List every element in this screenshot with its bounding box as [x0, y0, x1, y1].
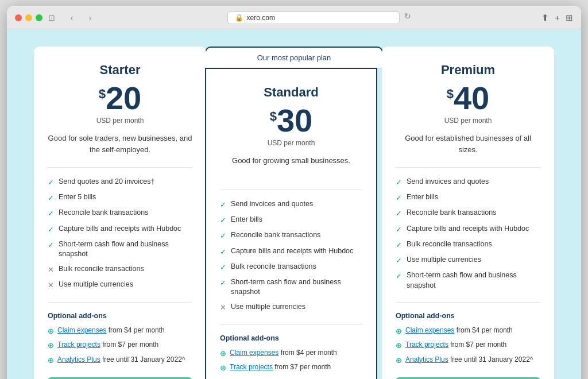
- list-item: ✕Use multiple currencies: [220, 302, 362, 313]
- check-icon: ✓: [220, 231, 226, 241]
- list-item: ✕Use multiple currencies: [48, 280, 192, 291]
- close-button[interactable]: [15, 14, 22, 21]
- check-icon: ✓: [396, 256, 402, 266]
- addon-item: ⊕ Analytics Plus free until 31 January 2…: [396, 355, 540, 366]
- cross-icon: ✕: [48, 280, 54, 291]
- addon-item: ⊕ Claim expenses from $4 per month: [220, 348, 362, 359]
- share-icon[interactable]: ⬆: [541, 13, 549, 23]
- minimize-button[interactable]: [25, 14, 32, 21]
- premium-plan-name: Premium: [396, 63, 540, 78]
- analytics-plus-link[interactable]: Analytics Plus: [405, 355, 448, 363]
- cross-icon: ✕: [48, 265, 54, 275]
- premium-price-symbol: $: [447, 87, 454, 102]
- starter-features: ✓Send quotes and 20 invoices† ✓Enter 5 b…: [48, 177, 192, 291]
- claim-expenses-link[interactable]: Claim expenses: [57, 326, 106, 334]
- list-item: ✓Short-term cash flow and business snaps…: [396, 270, 540, 291]
- popular-banner: Our most popular plan: [205, 47, 383, 68]
- check-icon: ✓: [396, 208, 402, 219]
- check-icon: ✓: [220, 215, 226, 226]
- list-item: ✕Bulk reconcile transactions: [48, 264, 192, 275]
- track-projects-link[interactable]: Track projects: [57, 341, 100, 349]
- premium-divider-1: [396, 167, 540, 168]
- maximize-button[interactable]: [36, 14, 42, 21]
- starter-plan-name: Starter: [48, 63, 192, 78]
- list-item: ✓Enter bills: [396, 192, 540, 203]
- list-item: ✓Bulk reconcile transactions: [396, 239, 540, 250]
- standard-plan-name: Standard: [220, 85, 362, 100]
- premium-price-period: USD per month: [396, 117, 540, 125]
- traffic-lights: [15, 14, 42, 21]
- premium-divider-2: [396, 302, 540, 303]
- standard-addons: Optional add-ons ⊕ Claim expenses from $…: [220, 334, 362, 379]
- list-item: ✓Short-term cash flow and business snaps…: [220, 277, 362, 297]
- addon-item: ⊕ Analytics Plus free until 31 January 2…: [220, 377, 362, 380]
- addon-icon: ⊕: [48, 355, 54, 366]
- list-item: ✓Reconcile bank transactions: [48, 208, 192, 219]
- address-bar[interactable]: 🔒 xero.com: [227, 11, 400, 24]
- list-item: ✓Reconcile bank transactions: [396, 208, 540, 219]
- starter-addons-title: Optional add-ons: [48, 312, 192, 320]
- starter-price-symbol: $: [99, 87, 106, 102]
- check-icon: ✓: [220, 262, 226, 273]
- list-item: ✓Use multiple currencies: [396, 255, 540, 266]
- list-item: ✓Capture bills and receipts with Hubdoc: [220, 246, 362, 257]
- claim-expenses-link[interactable]: Claim expenses: [405, 326, 454, 334]
- new-tab-icon[interactable]: +: [555, 13, 560, 23]
- check-icon: ✓: [220, 278, 226, 288]
- browser-window: ⊡ ‹ › 🔒 xero.com ↻ ⬆ + ⊞ Starter: [7, 6, 581, 379]
- standard-price-period: USD per month: [220, 139, 362, 147]
- addon-icon: ⊕: [48, 326, 54, 337]
- track-projects-link[interactable]: Track projects: [230, 363, 273, 371]
- reload-button[interactable]: ↻: [404, 11, 411, 24]
- check-icon: ✓: [220, 200, 226, 210]
- check-icon: ✓: [396, 193, 402, 203]
- claim-expenses-link[interactable]: Claim expenses: [230, 349, 278, 357]
- addon-item: ⊕ Track projects from $7 per month: [396, 340, 540, 351]
- check-icon: ✓: [220, 247, 226, 257]
- addon-icon: ⊕: [220, 349, 226, 359]
- addon-icon: ⊕: [48, 341, 54, 351]
- addon-item: ⊕ Claim expenses from $4 per month: [48, 326, 192, 337]
- plan-card-premium: Premium $40 USD per month Good for estab…: [382, 47, 554, 379]
- addon-item: ⊕ Analytics Plus free until 31 January 2…: [48, 355, 192, 366]
- url-text: xero.com: [247, 14, 275, 22]
- list-item: ✓Short-term cash flow and business snaps…: [48, 239, 192, 260]
- plan-card-standard: Standard $30 USD per month Good for grow…: [205, 68, 377, 379]
- list-item: ✓Send quotes and 20 invoices†: [48, 177, 192, 188]
- browser-chrome: ⊡ ‹ › 🔒 xero.com ↻ ⬆ + ⊞: [7, 6, 581, 29]
- addon-icon: ⊕: [220, 363, 226, 373]
- check-icon: ✓: [396, 240, 402, 250]
- addon-item: ⊕ Track projects from $7 per month: [48, 340, 192, 351]
- list-item: ✓Send invoices and quotes: [396, 177, 540, 188]
- list-item: ✓Reconcile bank transactions: [220, 230, 362, 241]
- sidebar-toggle-icon[interactable]: ⊡: [48, 13, 55, 22]
- track-projects-link[interactable]: Track projects: [405, 341, 448, 349]
- starter-price-row: $20: [48, 82, 192, 114]
- check-icon: ✓: [396, 225, 402, 235]
- premium-features: ✓Send invoices and quotes ✓Enter bills ✓…: [396, 177, 540, 291]
- standard-features: ✓Send invoices and quotes ✓Enter bills ✓…: [220, 199, 362, 313]
- sidebar-icon[interactable]: ⊞: [566, 13, 573, 23]
- analytics-plus-link[interactable]: Analytics Plus: [57, 355, 100, 363]
- plan-card-starter: Starter $20 USD per month Good for sole …: [34, 47, 206, 379]
- back-button[interactable]: ‹: [65, 11, 78, 24]
- list-item: ✓Enter 5 bills: [48, 192, 192, 203]
- premium-price-row: $40: [396, 82, 540, 114]
- check-icon: ✓: [48, 240, 54, 250]
- standard-price-amount: 30: [277, 102, 312, 138]
- addon-icon: ⊕: [396, 355, 402, 366]
- starter-divider-2: [48, 302, 192, 303]
- list-item: ✓Enter bills: [220, 215, 362, 226]
- list-item: ✓Capture bills and receipts with Hubdoc: [48, 224, 192, 235]
- standard-divider-1: [220, 190, 362, 190]
- lock-icon: 🔒: [235, 14, 243, 22]
- premium-price-amount: 40: [454, 80, 489, 116]
- premium-description: Good for established businesses of all s…: [396, 133, 540, 157]
- standard-description: Good for growing small businesses.: [220, 155, 362, 179]
- forward-button[interactable]: ›: [84, 11, 96, 24]
- page-content: Starter $20 USD per month Good for sole …: [7, 29, 581, 379]
- premium-addons: Optional add-ons ⊕ Claim expenses from $…: [396, 312, 540, 366]
- addon-item: ⊕ Track projects from $7 per month: [220, 362, 362, 373]
- list-item: ✓Bulk reconcile transactions: [220, 262, 362, 273]
- addon-item: ⊕ Claim expenses from $4 per month: [396, 326, 540, 337]
